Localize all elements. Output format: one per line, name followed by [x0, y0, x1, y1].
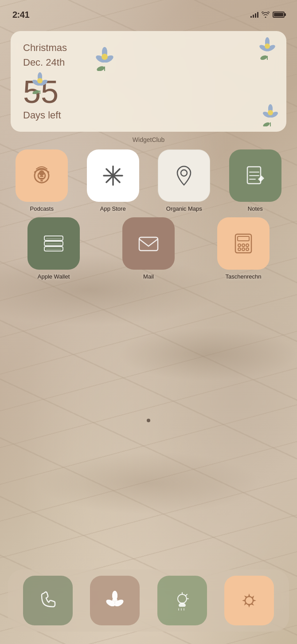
svg-line-76	[186, 594, 187, 596]
page-dots	[0, 280, 297, 561]
organicmaps-label: Organic Maps	[166, 205, 202, 212]
svg-point-17	[260, 55, 268, 60]
dock-settings-icon	[224, 576, 274, 625]
widget-number: 55	[23, 76, 274, 108]
app-grid-row2: Apple Wallet Mail	[0, 217, 297, 280]
dock-item-flowerapp[interactable]	[83, 576, 147, 625]
svg-rect-40	[39, 178, 44, 179]
widget-container: Christmas Dec. 24th 55 Days left WidgetC…	[11, 31, 286, 149]
flower-decoration-2	[256, 35, 278, 60]
status-icons	[250, 12, 285, 18]
organicmaps-icon	[158, 149, 210, 202]
widget-days-left: Days left	[23, 110, 274, 121]
svg-point-38	[39, 170, 44, 176]
widget-title: Christmas	[23, 42, 274, 55]
screen: 2:41	[0, 0, 297, 644]
svg-point-81	[245, 597, 253, 605]
appstore-label: App Store	[100, 205, 126, 212]
christmas-widget[interactable]: Christmas Dec. 24th 55 Days left	[11, 31, 286, 132]
app-item-podcasts[interactable]: Podcasts	[8, 149, 76, 212]
app-item-appstore[interactable]: App Store	[79, 149, 147, 212]
dock	[8, 569, 289, 632]
wifi-icon	[262, 12, 270, 18]
dock-weather-icon	[157, 576, 207, 625]
svg-point-66	[246, 248, 249, 251]
battery-icon	[273, 12, 285, 18]
mail-label: Mail	[143, 273, 154, 280]
svg-point-63	[246, 244, 249, 247]
widget-subtitle: Dec. 24th	[23, 56, 274, 69]
appstore-icon	[87, 149, 139, 202]
widget-source-label: WidgetClub	[11, 136, 286, 143]
svg-point-35	[262, 122, 270, 126]
app-item-calculator[interactable]: Taschenrechn	[198, 217, 289, 280]
svg-rect-52	[44, 236, 63, 240]
dock-item-settings[interactable]	[218, 576, 281, 625]
svg-point-15	[265, 43, 270, 49]
wallet-label: Apple Wallet	[38, 273, 70, 280]
svg-rect-39	[40, 176, 43, 177]
mail-icon	[122, 217, 175, 270]
podcasts-icon	[16, 149, 68, 202]
svg-rect-58	[139, 237, 158, 251]
svg-point-64	[238, 248, 241, 251]
svg-rect-53	[44, 241, 63, 246]
app-item-organicmaps[interactable]: Organic Maps	[150, 149, 218, 212]
flower-decoration-3	[29, 71, 51, 94]
svg-point-26	[32, 90, 40, 94]
app-item-mail[interactable]: Mail	[103, 217, 194, 280]
notes-icon	[229, 149, 281, 202]
svg-rect-60	[238, 236, 249, 241]
app-grid-row1: Podcasts App Store Organic Maps	[0, 149, 297, 212]
svg-point-46	[181, 170, 187, 176]
app-item-notes[interactable]: Notes	[222, 149, 289, 212]
svg-rect-41	[40, 180, 43, 181]
svg-point-65	[242, 248, 245, 251]
podcasts-label: Podcasts	[30, 205, 54, 212]
app-item-wallet[interactable]: Apple Wallet	[8, 217, 99, 280]
svg-point-6	[102, 54, 108, 60]
calculator-icon	[217, 217, 270, 270]
dock-item-phone[interactable]	[16, 576, 80, 625]
page-dot-1	[147, 419, 150, 422]
notes-label: Notes	[248, 205, 263, 212]
dock-phone-icon	[23, 576, 73, 625]
status-bar: 2:41	[0, 0, 297, 23]
flower-decoration-4	[259, 102, 282, 126]
svg-point-73	[112, 598, 117, 603]
svg-point-62	[242, 244, 245, 247]
wallet-icon	[27, 217, 80, 270]
clock: 2:41	[12, 10, 29, 20]
calculator-label: Taschenrechn	[226, 273, 262, 280]
svg-rect-54	[44, 247, 63, 251]
svg-point-33	[268, 110, 273, 115]
dock-flowers-icon	[90, 576, 140, 625]
svg-point-24	[37, 78, 43, 83]
dock-item-weather[interactable]	[150, 576, 214, 625]
svg-point-61	[238, 244, 241, 247]
signal-icon	[250, 12, 258, 18]
svg-point-8	[96, 65, 105, 71]
flower-decoration-1	[93, 44, 117, 71]
